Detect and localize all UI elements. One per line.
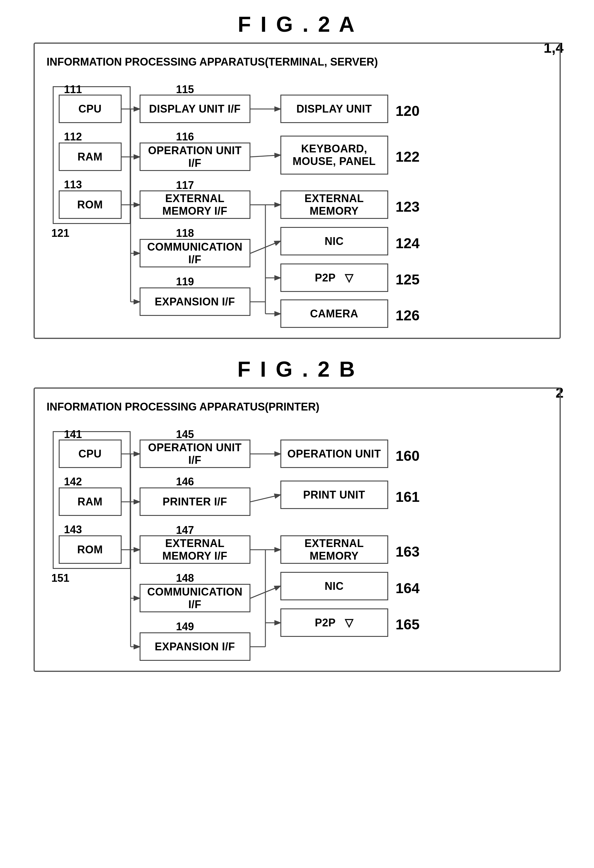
ref-116: 116 [176,131,194,143]
rom-block: ROM [59,190,122,219]
cpu-block-2b: CPU [59,440,122,468]
ref-142: 142 [64,475,82,488]
ref-163: 163 [396,543,420,560]
fig2a-outer-box: INFORMATION PROCESSING APPARATUS(TERMINA… [34,43,561,339]
ref-164: 164 [396,580,420,596]
cpu-block: CPU [59,94,122,123]
ref-122: 122 [396,149,420,165]
ref-141: 141 [64,428,82,441]
printer-if-block: PRINTER I/F [140,487,250,516]
ref-125: 125 [396,271,420,288]
figure-2b-section: F I G . 2 B 2 INFORMATION PROCESSING APP… [19,357,576,672]
ref-119: 119 [176,276,194,288]
ref-145: 145 [176,428,194,441]
ref-124: 124 [396,235,420,251]
ref-120: 120 [396,103,420,119]
nic-block: NIC [280,227,388,255]
ref-148: 148 [176,572,194,585]
operation-if-block: OPERATION UNIT I/F [140,143,250,171]
ref-112: 112 [64,131,82,143]
svg-line-25 [250,495,280,502]
rom-block-2b: ROM [59,535,122,564]
camera-block: CAMERA [280,300,388,328]
fig2b-outer-box: INFORMATION PROCESSING APPARATUS(PRINTER… [34,387,561,672]
display-if-block: DISPLAY UNIT I/F [140,94,250,123]
ext-mem-if-2b: EXTERNAL MEMORY I/F [140,535,250,564]
op-unit-block: OPERATION UNIT [280,440,388,468]
ext-mem-2b-block: EXTERNAL MEMORY [280,535,388,564]
fig2b-outer-label: INFORMATION PROCESSING APPARATUS(PRINTER… [47,401,548,413]
ram-block: RAM [59,143,122,171]
ref-143: 143 [64,523,82,536]
display-unit-block: DISPLAY UNIT [280,94,388,123]
ref-113: 113 [64,179,82,191]
fig2b-container: 2 INFORMATION PROCESSING APPARATUS(PRINT… [34,387,561,672]
ref-149: 149 [176,620,194,633]
ref-117: 117 [176,179,194,192]
svg-line-10 [250,241,280,253]
nic-2b-block: NIC [280,572,388,600]
fig2a-outer-label: INFORMATION PROCESSING APPARATUS(TERMINA… [47,56,548,68]
ext-memory-block: EXTERNAL MEMORY [280,190,388,219]
ref-115: 115 [176,83,194,96]
ext-mem-if-block: EXTERNAL MEMORY I/F [140,190,250,219]
comm-if-block: COMMUNICATION I/F [140,239,250,267]
ref-146: 146 [176,475,194,488]
fig2a-container: 1,4 INFORMATION PROCESSING APPARATUS(TER… [34,43,561,339]
print-unit-block: PRINT UNIT [280,481,388,509]
comm-if-2b: COMMUNICATION I/F [140,584,250,612]
fig2b-diagram: 151 141 CPU 142 RAM 143 ROM [47,425,548,659]
ref-121: 121 [52,227,69,239]
ref-126: 126 [396,307,420,324]
ram-block-2b: RAM [59,487,122,516]
ref-161: 161 [396,489,420,505]
fig2a-diagram: 121 111 CPU 112 RAM 113 ROM [47,80,548,326]
svg-line-8 [250,155,280,157]
p2p-2b-block: P2P ▽ [280,608,388,637]
svg-line-29 [250,586,280,598]
ref-123: 123 [396,198,420,215]
ref-118: 118 [176,227,194,239]
fig2a-title: F I G . 2 A [19,12,576,37]
op-if-block-2b: OPERATION UNIT I/F [140,440,250,468]
p2p-block: P2P ▽ [280,263,388,292]
ref-160: 160 [396,447,420,464]
expansion-if-block: EXPANSION I/F [140,288,250,316]
expansion-if-2b: EXPANSION I/F [140,632,250,661]
figure-2a-section: F I G . 2 A 1,4 INFORMATION PROCESSING A… [19,12,576,339]
ref-147: 147 [176,524,194,537]
keyboard-block: KEYBOARD, MOUSE, PANEL [280,136,388,174]
ref-111: 111 [64,83,82,96]
ref-165: 165 [396,616,420,633]
fig2b-title: F I G . 2 B [19,357,576,381]
ref-151: 151 [52,572,69,585]
